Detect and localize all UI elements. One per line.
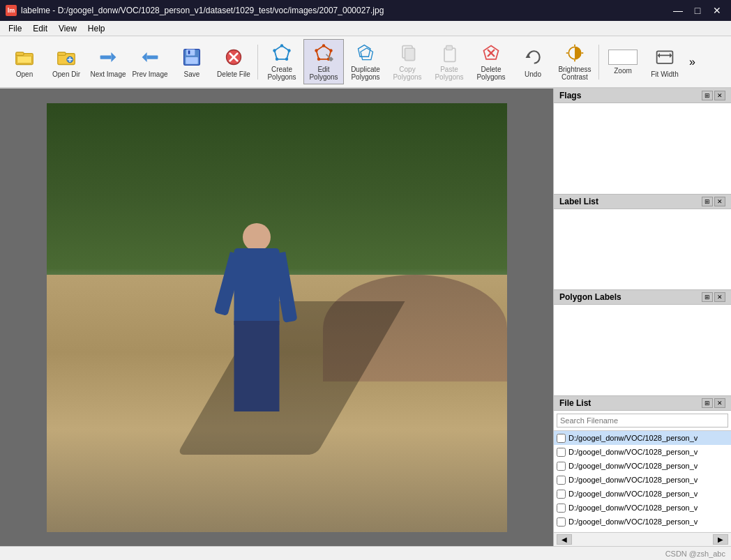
duplicate-polygons-label: Duplicate Polygons: [347, 66, 384, 81]
minimize-button[interactable]: —: [670, 3, 686, 17]
more-button[interactable]: »: [686, 56, 698, 68]
svg-point-24: [273, 49, 276, 52]
svg-point-23: [276, 58, 278, 61]
toolbar: Open Open Dir Next Image: [0, 36, 731, 89]
open-dir-button[interactable]: Open Dir: [46, 39, 86, 84]
file-list-content[interactable]: D:/googel_donw/VOC/1028_person_v D:/goog…: [554, 431, 731, 532]
menu-file[interactable]: File: [3, 22, 27, 35]
save-button[interactable]: Save: [172, 39, 212, 84]
polygon-del-icon: [480, 43, 502, 63]
edit-polygons-button[interactable]: Edit Polygons: [303, 39, 344, 84]
polygon-labels-header: Polygon Labels ⊞ ✕: [554, 290, 731, 305]
polygon-create-icon: [271, 43, 293, 63]
zoom-input[interactable]: 133 %: [608, 50, 638, 65]
file-item[interactable]: D:/googel_donw/VOC/1028_person_v: [554, 445, 731, 459]
svg-point-20: [280, 44, 283, 47]
create-polygons-label: Create Polygons: [264, 66, 300, 81]
zoom-label: Zoom: [614, 67, 632, 75]
paste-polygons-button[interactable]: Paste Polygons: [429, 39, 469, 84]
file-item-text: D:/googel_donw/VOC/1028_person_v: [568, 504, 698, 512]
menu-edit[interactable]: Edit: [27, 22, 53, 35]
file-item-checkbox[interactable]: [557, 448, 566, 457]
svg-point-22: [285, 58, 288, 61]
copy-polygons-button[interactable]: Copy Polygons: [387, 39, 428, 84]
label-list-close-btn[interactable]: ✕: [714, 197, 725, 206]
svg-rect-36: [405, 48, 415, 61]
file-item[interactable]: D:/googel_donw/VOC/1028_person_v: [554, 431, 731, 445]
file-list-close-btn[interactable]: ✕: [714, 398, 725, 408]
right-panel: Flags ⊞ ✕ Label List ⊞ ✕ Polygon L: [553, 89, 731, 546]
open-button[interactable]: Open: [4, 39, 45, 84]
file-item[interactable]: D:/googel_donw/VOC/1028_person_v: [554, 473, 731, 487]
flags-content: [554, 103, 731, 194]
svg-marker-34: [361, 48, 373, 60]
file-item-checkbox[interactable]: [557, 504, 566, 513]
create-polygons-button[interactable]: Create Polygons: [262, 39, 302, 84]
next-image-button[interactable]: Next Image: [88, 39, 128, 84]
flags-close-btn[interactable]: ✕: [714, 91, 725, 100]
edit-polygons-label: Edit Polygons: [306, 66, 342, 81]
menu-view[interactable]: View: [53, 22, 82, 35]
svg-rect-4: [58, 52, 66, 55]
svg-rect-10: [147, 55, 158, 59]
polygon-edit-icon: [312, 43, 335, 63]
next-image-label: Next Image: [90, 70, 126, 78]
label-list-expand-btn[interactable]: ⊞: [702, 197, 713, 206]
label-list-section: Label List ⊞ ✕: [554, 195, 731, 290]
polygon-dup-icon: [354, 43, 377, 63]
file-item[interactable]: D:/googel_donw/VOC/1028_person_v: [554, 501, 731, 515]
file-item-checkbox[interactable]: [557, 434, 566, 443]
svg-point-26: [322, 44, 325, 47]
folder-open-icon: [13, 46, 36, 68]
undo-button[interactable]: Undo: [513, 39, 553, 84]
photo-container: [47, 103, 507, 532]
scroll-right-btn[interactable]: ▶: [713, 534, 728, 545]
file-item[interactable]: D:/googel_donw/VOC/1028_person_v: [554, 515, 731, 529]
save-label: Save: [184, 70, 200, 78]
file-item-checkbox[interactable]: [557, 476, 566, 485]
flags-header: Flags ⊞ ✕: [554, 89, 731, 103]
close-button[interactable]: ✕: [709, 3, 725, 17]
prev-image-button[interactable]: Prev Image: [130, 39, 170, 84]
svg-point-27: [329, 49, 332, 52]
flags-section: Flags ⊞ ✕: [554, 89, 731, 195]
svg-rect-38: [446, 46, 453, 50]
paste-polygons-label: Paste Polygons: [431, 66, 467, 81]
file-item-checkbox[interactable]: [557, 462, 566, 471]
arrow-left-icon: [139, 46, 161, 68]
file-item-checkbox[interactable]: [557, 490, 566, 499]
polygon-labels-expand-btn[interactable]: ⊞: [702, 292, 713, 302]
separator-1: [257, 45, 258, 80]
scroll-left-btn[interactable]: ◀: [557, 534, 572, 545]
duplicate-polygons-button[interactable]: Duplicate Polygons: [345, 39, 386, 84]
flags-expand-btn[interactable]: ⊞: [702, 91, 713, 100]
file-item[interactable]: D:/googel_donw/VOC/1028_person_v: [554, 487, 731, 501]
file-list-expand-btn[interactable]: ⊞: [702, 398, 713, 408]
brightness-contrast-button[interactable]: Brightness Contrast: [555, 39, 595, 84]
file-search-input[interactable]: [557, 414, 728, 427]
app-icon: lm: [6, 5, 17, 16]
floppy-icon: [181, 46, 203, 68]
polygon-labels-section: Polygon Labels ⊞ ✕: [554, 290, 731, 396]
file-item[interactable]: D:/googel_donw/VOC/1028_person_v: [554, 459, 731, 473]
copy-icon: [396, 43, 419, 63]
canvas-area[interactable]: [0, 89, 553, 546]
fit-width-button[interactable]: Fit Width: [645, 39, 685, 84]
zoom-group: 133 % Zoom: [603, 39, 643, 84]
polygon-labels-close-btn[interactable]: ✕: [714, 292, 725, 302]
delete-file-button[interactable]: Delete File: [213, 39, 254, 84]
svg-rect-8: [100, 55, 112, 59]
delete-polygons-button[interactable]: Delete Polygons: [471, 39, 511, 84]
polygon-labels-content: [554, 305, 731, 395]
file-item-text: D:/googel_donw/VOC/1028_person_v: [568, 434, 698, 442]
file-item-checkbox[interactable]: [557, 517, 566, 527]
prev-image-label: Prev Image: [132, 70, 167, 78]
menu-help[interactable]: Help: [82, 22, 111, 35]
svg-marker-9: [111, 52, 116, 62]
person-body: [234, 248, 279, 325]
maximize-button[interactable]: □: [689, 3, 706, 17]
file-list-header: File List ⊞ ✕: [554, 396, 731, 411]
open-label: Open: [16, 70, 33, 78]
undo-icon: [522, 46, 544, 68]
photo-person: [208, 223, 306, 446]
